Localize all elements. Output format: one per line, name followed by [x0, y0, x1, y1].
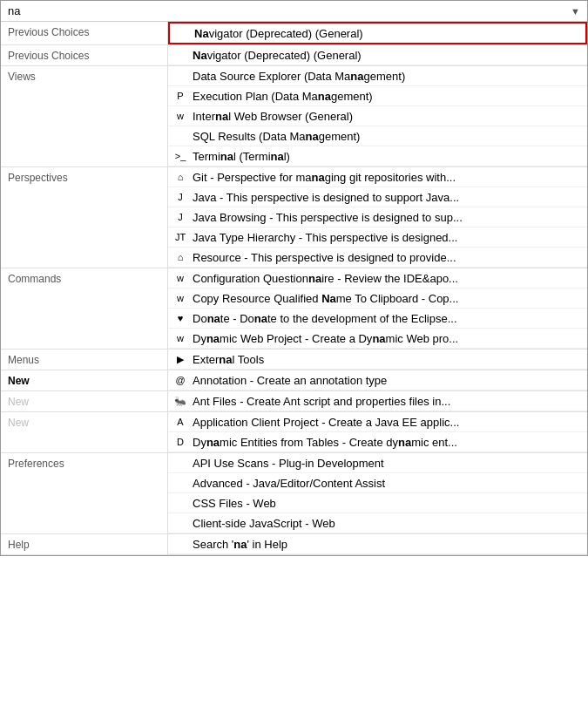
items-col-prev-choices: Navigator (Deprecated) (General) [168, 45, 587, 65]
group-label-views: Views [1, 66, 168, 166]
list-item[interactable]: ⌂Resource - This perspective is designed… [168, 248, 587, 268]
svg-rect-30: ⌂ [178, 252, 184, 262]
svg-point-32: w [177, 273, 184, 283]
item-label: Dynamic Entities from Tables - Create dy… [193, 436, 582, 449]
group-new2: New🐜Ant Files - Create Ant script and pr… [1, 391, 587, 412]
group-label-help: Help [1, 534, 168, 554]
svg-text:w: w [177, 293, 184, 303]
svg-text:▶: ▶ [177, 354, 184, 364]
list-item[interactable]: AApplication Client Project - Create a J… [168, 412, 587, 432]
group-label-commands: Commands [1, 268, 168, 349]
group-label-new3: New [1, 412, 168, 452]
jt-icon: JT [173, 230, 187, 244]
group-prev-choices: Previous ChoicesNavigator (Deprecated) (… [1, 45, 587, 66]
list-item[interactable]: wConfiguration Questionnaire - Review th… [168, 268, 587, 289]
svg-rect-28: JT [175, 232, 186, 242]
group-label-new1: New [1, 370, 168, 390]
list-item[interactable]: Navigator (Deprecated) (General) [168, 22, 587, 44]
group-prev-choices-selected: Previous ChoicesNavigator (Deprecated) (… [1, 22, 587, 45]
list-item[interactable]: Client-side JavaScript - Web [168, 513, 587, 533]
res-icon: ⌂ [173, 170, 187, 184]
svg-text:P: P [177, 91, 183, 101]
item-label: SQL Results (Data Management) [193, 130, 582, 143]
list-item[interactable]: PExecution Plan (Data Management) [168, 86, 587, 106]
group-menus: Menus▶External Tools [1, 350, 587, 370]
group-label-prev-choices: Previous Choices [1, 45, 168, 65]
list-item[interactable]: Search 'na' in Help [168, 534, 587, 554]
list-item[interactable]: API Use Scans - Plug-in Development [168, 453, 587, 473]
svg-rect-40: ▶ [177, 354, 184, 364]
ext-icon: ▶ [173, 352, 187, 366]
blue-sm-icon: P [173, 89, 187, 103]
item-label: Advanced - Java/Editor/Content Assist [193, 477, 582, 490]
svg-point-34: w [177, 293, 184, 303]
circle-blue-dot-icon [173, 496, 187, 510]
items-col-views: Data Source Explorer (Data Management)PE… [168, 66, 587, 166]
app-icon: A [173, 415, 187, 429]
list-item[interactable]: wCopy Resource Qualified Name To Clipboa… [168, 289, 587, 309]
item-label: Internal Web Browser (General) [193, 110, 582, 123]
group-perspectives: Perspectives⌂Git - Perspective for manag… [1, 167, 587, 268]
item-label: Application Client Project - Create a Ja… [193, 416, 582, 429]
svg-text:⌂: ⌂ [178, 172, 184, 182]
list-item[interactable]: wInternal Web Browser (General) [168, 106, 587, 126]
item-label: Data Source Explorer (Data Management) [193, 70, 582, 83]
list-item[interactable]: >_Terminal (Terminal) [168, 146, 587, 166]
items-col-help: Search 'na' in Help [168, 534, 587, 554]
list-item[interactable]: wDynamic Web Project - Create a Dynamic … [168, 329, 587, 349]
list-item[interactable]: ▶External Tools [168, 350, 587, 370]
svg-text:@: @ [175, 375, 185, 385]
svg-text:w: w [177, 333, 184, 343]
term-icon: >_ [173, 149, 187, 163]
list-item[interactable]: JJava Browsing - This perspective is des… [168, 207, 587, 227]
list-item[interactable]: ♥Donate - Donate to the development of t… [168, 309, 587, 329]
group-label-perspectives: Perspectives [1, 167, 168, 268]
list-item[interactable]: JTJava Type Hierarchy - This perspective… [168, 227, 587, 248]
list-item[interactable]: ⌂Git - Perspective for managing git repo… [168, 167, 587, 187]
ant-icon: 🐜 [173, 394, 187, 408]
res2-icon: ⌂ [173, 250, 187, 264]
item-label: Donate - Donate to the development of th… [193, 312, 582, 325]
svg-rect-12: P [177, 91, 183, 101]
svg-text:⌂: ⌂ [178, 252, 184, 262]
list-item[interactable]: 🐜Ant Files - Create Ant script and prope… [168, 391, 587, 411]
items-col-new3: AApplication Client Project - Create a J… [168, 412, 587, 452]
dropdown-arrow-icon[interactable]: ▼ [567, 6, 584, 17]
item-label: Dynamic Web Project - Create a Dynamic W… [193, 332, 582, 345]
svg-text:🐜: 🐜 [174, 396, 186, 406]
item-label: Java - This perspective is designed to s… [193, 191, 582, 204]
group-new1: New@Annotation - Create an annotation ty… [1, 370, 587, 391]
list-item[interactable]: @Annotation - Create an annotation type [168, 370, 587, 390]
list-item[interactable]: JJava - This perspective is designed to … [168, 187, 587, 207]
svg-text:>_: >_ [175, 151, 186, 161]
svg-point-14: w [177, 111, 184, 121]
group-label-preferences: Preferences [1, 453, 168, 533]
search-input[interactable] [4, 3, 567, 19]
svg-text:w: w [177, 111, 184, 121]
items-col-new2: 🐜Ant Files - Create Ant script and prope… [168, 391, 587, 411]
annot-icon: @ [173, 373, 187, 387]
group-label-new2: New [1, 391, 168, 411]
svg-rect-20: >_ [175, 151, 186, 161]
list-item[interactable]: SQL Results (Data Management) [168, 126, 587, 146]
item-label: Resource - This perspective is designed … [193, 251, 582, 264]
item-label: Search 'na' in Help [193, 538, 582, 551]
group-views: ViewsData Source Explorer (Data Manageme… [1, 66, 587, 167]
list-item[interactable]: Navigator (Deprecated) (General) [168, 45, 587, 65]
circle-blue-icon: w [173, 109, 187, 123]
items-col-new1: @Annotation - Create an annotation type [168, 370, 587, 390]
svg-text:♥: ♥ [178, 313, 184, 323]
j-icon: J [173, 190, 187, 204]
item-label: Java Type Hierarchy - This perspective i… [193, 231, 582, 244]
item-label: Java Browsing - This perspective is desi… [193, 211, 582, 224]
results-list: Previous ChoicesNavigator (Deprecated) (… [1, 22, 587, 555]
group-label-prev-choices-selected: Previous Choices [1, 22, 168, 44]
list-item[interactable]: Data Source Explorer (Data Management) [168, 66, 587, 86]
group-label-menus: Menus [1, 350, 168, 370]
circle-blue-dot-icon [173, 516, 187, 530]
list-item[interactable]: CSS Files - Web [168, 493, 587, 513]
svg-rect-24: J [178, 192, 183, 202]
item-label: Navigator (Deprecated) (General) [194, 27, 580, 40]
list-item[interactable]: Advanced - Java/Editor/Content Assist [168, 473, 587, 493]
list-item[interactable]: DDynamic Entities from Tables - Create d… [168, 432, 587, 452]
